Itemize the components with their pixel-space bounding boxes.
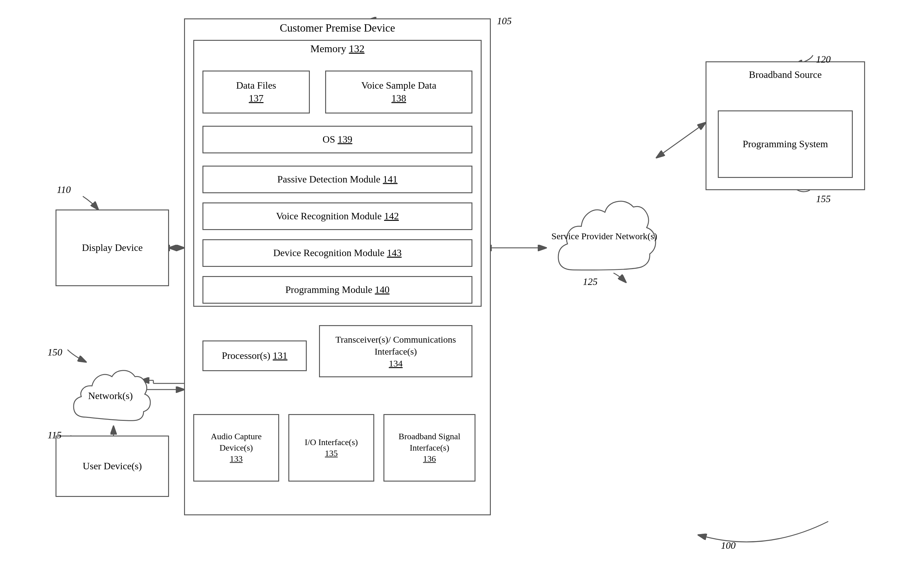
networks-label: Network(s) — [61, 389, 159, 403]
ref-115: 115 — [48, 429, 62, 441]
processor-box: Processor(s) 131 — [203, 340, 307, 371]
broadband-signal-box: Broadband Signal Interface(s) 136 — [383, 414, 475, 482]
broadband-source-label: Broadband Source — [707, 68, 864, 81]
data-files-label: Data Files 137 — [236, 79, 276, 105]
prog-sys-label: Programming System — [743, 138, 828, 151]
acd-label: Audio Capture Device(s) 133 — [194, 431, 278, 464]
io-interface-box: I/O Interface(s) 135 — [288, 414, 374, 482]
pdm-label: Passive Detection Module 141 — [277, 173, 398, 186]
programming-system-box: Programming System — [718, 110, 853, 178]
diagram: Customer Premise Device 105 Memory 132 D… — [0, 0, 908, 588]
networks-cloud: Network(s) — [61, 356, 159, 435]
ref-105: 105 — [497, 15, 512, 27]
transceiver-box: Transceiver(s)/ Communications Interface… — [319, 325, 472, 377]
display-device-box: Display Device — [56, 209, 169, 286]
drm-box: Device Recognition Module 143 — [203, 239, 472, 267]
user-device-box: User Device(s) — [56, 435, 169, 497]
ref-110: 110 — [57, 184, 71, 195]
pm-box: Programming Module 140 — [203, 276, 472, 304]
ref-155: 155 — [816, 193, 831, 205]
svg-line-14 — [663, 123, 705, 153]
io-label: I/O Interface(s) 135 — [304, 437, 358, 459]
pm-label: Programming Module 140 — [285, 284, 390, 296]
display-label: Display Device — [82, 242, 143, 254]
drm-label: Device Recognition Module 143 — [273, 246, 402, 259]
audio-capture-box: Audio Capture Device(s) 133 — [193, 414, 279, 482]
service-provider-cloud: Service Provider Network(s) — [546, 178, 663, 295]
ref-120: 120 — [816, 54, 831, 65]
cpd-label: Customer Premise Device — [184, 21, 491, 34]
ref-100: 100 — [721, 540, 736, 551]
processor-label: Processor(s) 131 — [222, 350, 287, 362]
ref-150: 150 — [48, 346, 62, 358]
os-box: OS 139 — [203, 126, 472, 153]
service-provider-label: Service Provider Network(s) — [546, 230, 663, 243]
user-device-label: User Device(s) — [83, 460, 142, 473]
bsi-label: Broadband Signal Interface(s) 136 — [384, 431, 475, 464]
vrm-box: Voice Recognition Module 142 — [203, 203, 472, 230]
data-files-box: Data Files 137 — [203, 71, 310, 113]
voice-sample-label: Voice Sample Data 138 — [361, 79, 436, 105]
pdm-box: Passive Detection Module 141 — [203, 166, 472, 193]
ref-125: 125 — [583, 276, 597, 287]
memory-label: Memory 132 — [193, 43, 481, 55]
os-label: OS 139 — [323, 133, 353, 146]
transceiver-label: Transceiver(s)/ Communications Interface… — [320, 333, 472, 369]
vrm-label: Voice Recognition Module 142 — [276, 210, 399, 223]
voice-sample-box: Voice Sample Data 138 — [325, 71, 472, 113]
